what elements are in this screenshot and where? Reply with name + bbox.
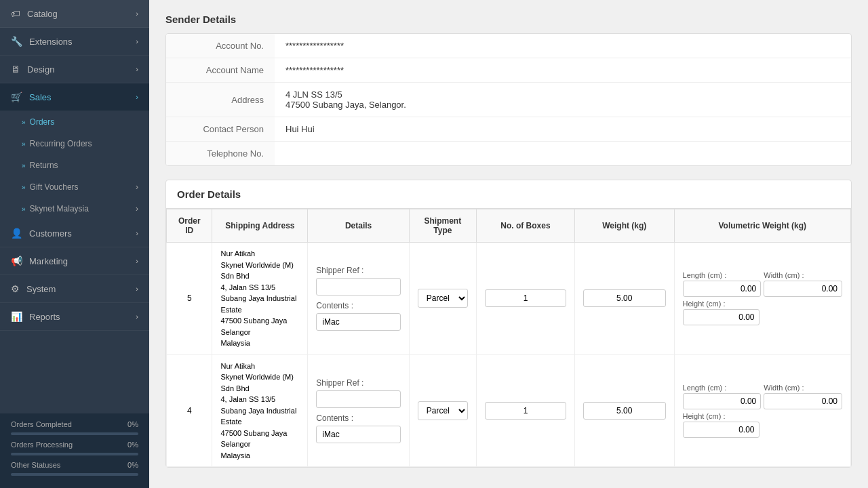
contents-label-1: Contents : xyxy=(316,301,400,310)
weight-cell-1 xyxy=(575,243,674,355)
boxes-cell-2 xyxy=(476,354,574,467)
height-label-2: Height (cm) : xyxy=(683,412,842,420)
length-label-1: Length (cm) : xyxy=(683,271,762,279)
sidebar-item-label: Catalog xyxy=(27,9,58,19)
sidebar-sub-item-label: Skynet Malaysia xyxy=(30,204,89,214)
length-group-2: Length (cm) : xyxy=(683,384,762,409)
volumetric-cell-1: Length (cm) : Width (cm) : Height (cm) : xyxy=(674,243,850,355)
order-details-card: Order Details Order ID Shipping Address … xyxy=(165,180,852,468)
height-input-2[interactable] xyxy=(683,422,760,438)
sidebar-sub-item-orders[interactable]: » Orders xyxy=(0,111,149,133)
weight-input-2[interactable] xyxy=(583,402,665,420)
address-value: 4 JLN SS 13/547500 Subang Jaya, Selangor… xyxy=(275,83,851,117)
width-label-1: Width (cm) : xyxy=(764,271,842,279)
sidebar-item-label: Reports xyxy=(29,312,60,322)
address-label: Address xyxy=(166,83,275,117)
address-row: Address 4 JLN SS 13/547500 Subang Jaya, … xyxy=(166,83,851,117)
orders-processing-stat: Orders Processing 0% xyxy=(11,441,138,449)
sidebar-item-design[interactable]: 🖥 Design › xyxy=(0,56,149,83)
sidebar-item-sales[interactable]: 🛒 Sales › xyxy=(0,83,149,111)
shipper-ref-label-2: Shipper Ref : xyxy=(316,378,400,388)
sidebar-item-label: Customers xyxy=(29,228,72,239)
length-input-2[interactable] xyxy=(683,393,762,409)
col-details: Details xyxy=(308,209,409,243)
sidebar-item-extensions[interactable]: 🔧 Extensions › xyxy=(0,28,149,56)
sidebar-item-label: System xyxy=(26,284,56,294)
sidebar-sub-item-recurring-orders[interactable]: » Recurring Orders xyxy=(0,133,149,155)
height-group-1: Height (cm) : xyxy=(683,300,842,325)
sidebar-item-system[interactable]: ⚙ System › xyxy=(0,275,149,303)
contents-label-2: Contents : xyxy=(316,413,400,423)
shipping-address-2: Nur Atikah Skynet Worldwide (M) Sdn Bhd … xyxy=(212,354,308,467)
height-input-1[interactable] xyxy=(683,309,760,325)
sidebar-item-label: Marketing xyxy=(29,256,68,266)
shipment-type-select-1[interactable]: Parcel xyxy=(418,289,468,308)
order-table: Order ID Shipping Address Details Shipme… xyxy=(166,209,851,467)
shipment-type-select-2[interactable]: Parcel xyxy=(418,401,468,420)
sidebar-item-catalog[interactable]: 🏷 Catalog › xyxy=(0,0,149,28)
sidebar-item-label: Design xyxy=(27,64,54,75)
contents-input-1[interactable] xyxy=(316,313,400,331)
sub-arrow-icon: » xyxy=(22,184,26,191)
sender-details-table: Account No. ***************** Account Na… xyxy=(166,34,851,165)
orders-completed-value: 0% xyxy=(127,420,138,428)
system-icon: ⚙ xyxy=(11,283,20,294)
shipment-type-2: Parcel xyxy=(409,354,476,467)
account-no-value: ***************** xyxy=(275,34,851,58)
chevron-right-icon: › xyxy=(136,182,138,192)
order-table-header-row: Order ID Shipping Address Details Shipme… xyxy=(167,209,851,243)
shipper-ref-input-1[interactable] xyxy=(316,278,400,296)
col-order-id: Order ID xyxy=(167,209,212,243)
sidebar-item-label: Extensions xyxy=(29,37,73,47)
width-input-1[interactable] xyxy=(764,281,842,297)
contact-person-label: Contact Person xyxy=(166,117,275,142)
shipment-type-1: Parcel xyxy=(409,243,476,355)
customers-icon: 👤 xyxy=(11,228,22,239)
other-statuses-label: Other Statuses xyxy=(11,461,60,469)
order-id-2: 4 xyxy=(167,354,212,467)
sidebar-sub-item-returns[interactable]: » Returns xyxy=(0,155,149,176)
boxes-input-2[interactable] xyxy=(485,402,566,420)
sidebar-item-reports[interactable]: 📊 Reports › xyxy=(0,303,149,331)
width-group-2: Width (cm) : xyxy=(764,384,842,409)
height-group-2: Height (cm) : xyxy=(683,412,842,438)
design-icon: 🖥 xyxy=(11,64,20,75)
telephone-label: Telephone No. xyxy=(166,142,275,166)
contact-person-row: Contact Person Hui Hui xyxy=(166,117,851,142)
volumetric-cell-2: Length (cm) : Width (cm) : Height (cm) : xyxy=(674,354,850,467)
width-label-2: Width (cm) : xyxy=(764,384,842,392)
shipping-address-1: Nur Atikah Skynet Worldwide (M) Sdn Bhd … xyxy=(212,243,308,355)
sub-arrow-icon: » xyxy=(22,205,26,213)
sidebar-sub-item-label: Gift Vouchers xyxy=(30,182,79,192)
sidebar-item-marketing[interactable]: 📢 Marketing › xyxy=(0,247,149,275)
sales-icon: 🛒 xyxy=(11,92,22,102)
sidebar-sub-item-gift-vouchers[interactable]: » Gift Vouchers › xyxy=(0,176,149,198)
boxes-input-1[interactable] xyxy=(485,289,566,307)
weight-input-1[interactable] xyxy=(583,289,665,307)
length-input-1[interactable] xyxy=(683,281,762,297)
length-group-1: Length (cm) : xyxy=(683,271,762,297)
col-weight: Weight (kg) xyxy=(575,209,674,243)
chevron-right-icon: › xyxy=(136,285,138,293)
orders-processing-label: Orders Processing xyxy=(11,441,73,449)
chevron-right-icon: › xyxy=(136,204,138,214)
contents-input-2[interactable] xyxy=(316,426,400,443)
sub-arrow-icon: » xyxy=(22,119,26,126)
marketing-icon: 📢 xyxy=(11,256,22,266)
reports-icon: 📊 xyxy=(11,311,22,322)
chevron-right-icon: › xyxy=(136,257,138,265)
sidebar-sub-item-label: Orders xyxy=(30,117,55,127)
order-details-title: Order Details xyxy=(177,188,241,200)
orders-processing-bar-bg xyxy=(11,453,138,455)
sub-arrow-icon: » xyxy=(22,140,26,148)
shipper-ref-input-2[interactable] xyxy=(316,390,400,408)
col-volumetric-weight: Volumetric Weight (kg) xyxy=(674,209,850,243)
chevron-right-icon: › xyxy=(136,9,138,18)
sidebar-item-customers[interactable]: 👤 Customers › xyxy=(0,220,149,247)
orders-processing-value: 0% xyxy=(127,441,138,449)
sidebar-sub-item-skynet[interactable]: » Skynet Malaysia › xyxy=(0,198,149,220)
sidebar: 🏷 Catalog › 🔧 Extensions › 🖥 Design › 🛒 … xyxy=(0,0,149,488)
sub-arrow-icon: » xyxy=(22,162,26,169)
width-input-2[interactable] xyxy=(764,393,842,409)
chevron-right-icon: › xyxy=(136,312,138,321)
